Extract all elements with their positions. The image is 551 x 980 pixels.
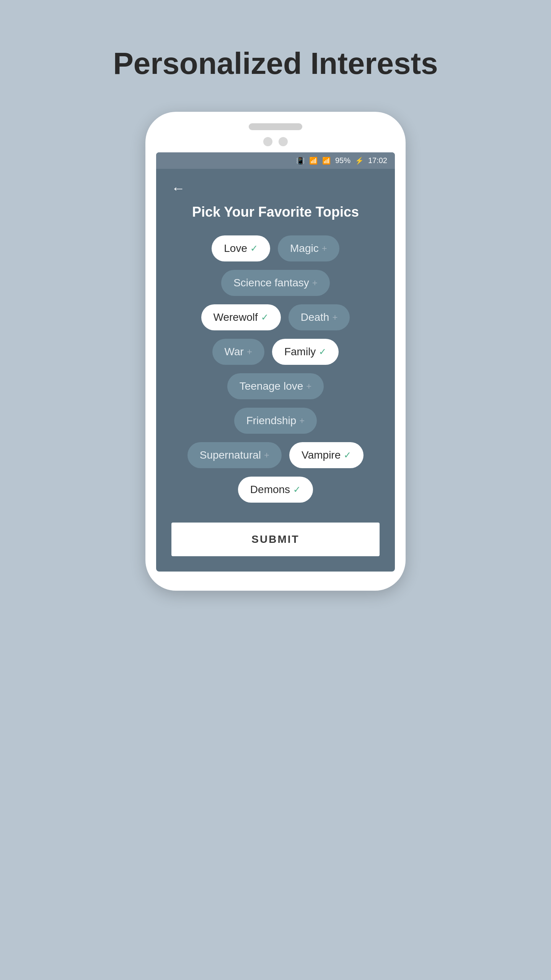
topic-chip-death[interactable]: Death + [289,304,350,330]
topic-label-love: Love [224,242,247,255]
topic-label-science-fantasy: Science fantasy [233,277,309,289]
submit-button[interactable]: SUBMIT [171,523,380,556]
topic-label-werewolf: Werewolf [214,311,258,323]
plus-icon-death: + [332,312,337,323]
battery-icon: ⚡ [355,157,364,165]
topic-label-demons: Demons [250,483,290,496]
screen-content: ← Pick Your Favorite Topics Love ✓ Magic… [156,169,395,572]
topic-chip-family[interactable]: Family ✓ [272,339,339,365]
check-icon-family: ✓ [319,346,326,357]
time-text: 17:02 [368,156,387,165]
topics-row-3: Werewolf ✓ Death + [201,304,350,330]
topics-row-4: War + Family ✓ [212,339,339,365]
topic-chip-supernatural[interactable]: Supernatural + [187,442,282,468]
plus-icon-friendship: + [299,415,305,426]
topic-chip-magic[interactable]: Magic + [278,235,339,261]
check-icon-demons: ✓ [293,484,301,495]
phone-speaker [249,123,302,130]
phone-camera-left [263,137,272,146]
signal-icon: 📶 [322,157,331,165]
topic-chip-vampire[interactable]: Vampire ✓ [289,442,364,468]
topic-label-teenage-love: Teenage love [240,380,303,392]
battery-text: 95% [335,156,350,165]
topic-chip-science-fantasy[interactable]: Science fantasy + [221,270,330,296]
topics-row-7: Supernatural + Vampire ✓ [187,442,364,468]
topic-chip-friendship[interactable]: Friendship + [234,408,317,434]
topic-chip-werewolf[interactable]: Werewolf ✓ [201,304,281,330]
topic-label-supernatural: Supernatural [200,449,261,461]
phone-screen: 📳 📶 📶 95% ⚡ 17:02 ← Pick Your Favorite T… [156,152,395,572]
topics-row-2: Science fantasy + [221,270,330,296]
screen-title: Pick Your Favorite Topics [171,204,380,220]
page-title: Personalized Interests [113,46,438,81]
topic-chip-teenage-love[interactable]: Teenage love + [227,373,324,399]
topics-row-1: Love ✓ Magic + [212,235,339,261]
topics-row-6: Friendship + [234,408,317,434]
topic-label-vampire: Vampire [302,449,341,461]
topic-chip-love[interactable]: Love ✓ [212,235,270,261]
check-icon-vampire: ✓ [344,450,351,461]
topic-chip-demons[interactable]: Demons ✓ [238,477,313,503]
topic-label-magic: Magic [290,242,319,255]
check-icon-love: ✓ [250,243,258,254]
topic-label-war: War [225,346,244,358]
plus-icon-war: + [247,346,252,357]
phone-cameras [156,137,395,146]
check-icon-werewolf: ✓ [261,312,269,323]
topic-chip-war[interactable]: War + [212,339,264,365]
topics-row-5: Teenage love + [227,373,324,399]
plus-icon-supernatural: + [264,450,269,461]
plus-icon-teenage-love: + [306,381,311,392]
topics-row-8: Demons ✓ [238,477,313,503]
plus-icon-magic: + [322,243,327,254]
phone-frame: 📳 📶 📶 95% ⚡ 17:02 ← Pick Your Favorite T… [145,112,406,591]
vibrate-icon: 📳 [296,157,305,165]
phone-camera-right [279,137,288,146]
topics-container: Love ✓ Magic + Science fantasy + [171,235,380,556]
status-bar: 📳 📶 📶 95% ⚡ 17:02 [156,152,395,169]
back-button[interactable]: ← [171,180,185,196]
wifi-icon: 📶 [309,157,318,165]
topic-label-friendship: Friendship [246,415,297,427]
topic-label-family: Family [284,346,316,358]
plus-icon-science-fantasy: + [312,278,318,288]
topic-label-death: Death [301,311,329,323]
